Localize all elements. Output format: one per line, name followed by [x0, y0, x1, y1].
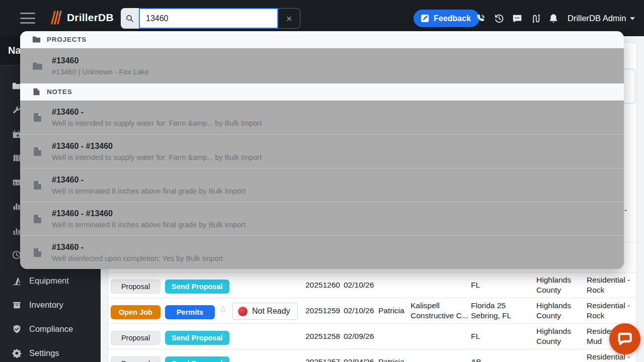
not-ready-indicator-icon	[238, 307, 248, 316]
project-number: 20251258	[305, 331, 340, 341]
result-title: #13460 - #13460	[52, 142, 262, 151]
result-subtitle: Well is terminated 8 inches above final …	[52, 221, 246, 229]
project-company: Kalispell Constructive C...	[411, 301, 470, 321]
status-chip[interactable]: Open Job	[111, 305, 160, 319]
result-subtitle: #13460 | Unknown - Fox Lake	[52, 68, 149, 76]
result-item-note[interactable]: #13460 - #13460 Well is intended to supp…	[20, 134, 624, 168]
note-icon	[32, 214, 43, 224]
sidebar-item-settings[interactable]: Settings	[0, 346, 101, 359]
sidebar-item-inventory[interactable]: Inventory	[0, 298, 101, 311]
result-subtitle: Well is intended to supply water for: Fa…	[52, 119, 262, 127]
global-search: ×	[121, 8, 300, 29]
favorite-star-icon[interactable]: ☆	[219, 279, 227, 289]
table-row[interactable]: Open Job Permits ☆ Not Ready 20251259 02…	[108, 298, 637, 323]
sidebar-item-label: Compliance	[29, 324, 73, 334]
project-number: 20251257	[305, 357, 340, 362]
sidebar-title: Na	[8, 45, 21, 56]
search-icon	[126, 15, 134, 23]
chevron-down-icon	[630, 17, 635, 20]
project-contact: Patricia	[378, 357, 405, 362]
project-county: Highlands County	[536, 301, 587, 321]
note-icon	[32, 247, 43, 258]
phone-icon[interactable]	[475, 13, 487, 24]
chat-icon[interactable]	[512, 13, 523, 24]
note-icon	[32, 146, 43, 157]
status-chip[interactable]: Proposal	[111, 356, 160, 362]
folder-icon	[32, 35, 41, 44]
user-menu-label: DrillerDB Admin	[568, 14, 626, 23]
app-name: DrillerDB	[67, 12, 114, 24]
result-subtitle: Well is terminated 8 inches above final …	[52, 187, 246, 195]
table-row[interactable]: Proposal Send Proposal ☆ 20251258 02/09/…	[108, 323, 637, 349]
note-icon	[32, 87, 41, 96]
project-address: AB	[471, 357, 535, 362]
flame-logo-icon	[49, 10, 62, 26]
result-item-note[interactable]: #13460 - Well is terminated 8 inches abo…	[20, 168, 624, 202]
search-clear-button[interactable]: ×	[278, 8, 300, 29]
live-chat-button[interactable]	[609, 323, 640, 354]
results-section-projects: PROJECTS	[20, 31, 624, 48]
ready-status-button[interactable]: Not Ready	[232, 303, 298, 320]
result-item-note[interactable]: #13460 - #13460 Well is terminated 8 inc…	[20, 202, 624, 235]
feedback-button[interactable]: Feedback	[414, 10, 479, 27]
project-address: Florida 25 Sebring, FL	[471, 301, 535, 321]
result-title: #13460 - #13460	[52, 209, 246, 218]
project-contact: Patricia	[378, 306, 405, 316]
bell-icon[interactable]	[548, 13, 559, 24]
note-icon	[32, 112, 43, 123]
project-date: 02/10/26	[344, 306, 374, 316]
section-label: PROJECTS	[47, 36, 87, 43]
feedback-icon	[420, 14, 430, 23]
project-date: 02/10/26	[344, 280, 374, 290]
result-item-note[interactable]: #13460 - Well is intended to supply wate…	[20, 101, 624, 134]
project-number: 20251260	[305, 280, 340, 290]
favorite-star-icon[interactable]: ☆	[219, 305, 227, 315]
app-logo[interactable]: DrillerDB	[49, 10, 114, 26]
gear-icon	[12, 348, 22, 358]
route-icon[interactable]	[530, 13, 541, 24]
project-address: FL	[471, 280, 535, 290]
sidebar-item-compliance[interactable]: Compliance	[0, 322, 101, 335]
project-type: Residential - Rock	[587, 275, 639, 295]
favorite-star-icon[interactable]: ☆	[219, 356, 227, 362]
project-type: Residential - Rock	[587, 301, 639, 321]
sidebar-item-label: Inventory	[29, 300, 63, 310]
table-cell-partial: -	[624, 206, 627, 215]
result-subtitle: Well disinfected upon completion: Yes by…	[52, 254, 223, 262]
search-input[interactable]	[139, 8, 278, 29]
equipment-rig-icon	[12, 276, 22, 286]
note-icon	[32, 180, 43, 191]
result-subtitle: Well is intended to supply water for: Fa…	[52, 153, 262, 161]
project-county: Highlands County	[536, 275, 587, 295]
status-chip[interactable]: Proposal	[111, 280, 160, 294]
shield-check-icon	[12, 324, 22, 334]
hamburger-menu-icon[interactable]	[20, 13, 35, 24]
project-type: Residential -	[587, 352, 639, 362]
folder-icon	[32, 61, 43, 71]
action-chip[interactable]: Permits	[165, 305, 215, 319]
table-row[interactable]: Proposal Send Proposal ☆ 20251257 02/04/…	[108, 349, 637, 362]
sidebar-item-equipment[interactable]: Equipment	[0, 274, 101, 287]
inventory-box-icon	[12, 300, 22, 310]
status-chip[interactable]: Proposal	[111, 331, 160, 345]
project-number: 20251259	[305, 306, 340, 316]
search-icon-box	[121, 8, 139, 29]
project-date: 02/04/26	[344, 357, 374, 362]
table-row[interactable]: Proposal Send Proposal ☆ 20251260 02/10/…	[108, 272, 637, 298]
favorite-star-icon[interactable]: ☆	[219, 330, 227, 340]
sidebar-item-label: Settings	[29, 348, 59, 358]
section-label: NOTES	[47, 88, 72, 96]
result-title: #13460 -	[52, 243, 223, 252]
history-icon[interactable]	[494, 13, 505, 24]
project-address: FL	[471, 331, 535, 341]
project-date: 02/09/26	[344, 331, 374, 341]
result-title: #13460	[52, 56, 149, 65]
result-title: #13460 -	[52, 108, 262, 117]
sidebar-item-label: Equipment	[29, 276, 69, 286]
result-title: #13460 -	[52, 175, 246, 185]
results-section-notes: NOTES	[20, 83, 624, 101]
chat-bubble-icon	[617, 332, 632, 346]
search-results-dropdown: PROJECTS #13460 #13460 | Unknown - Fox L…	[20, 31, 624, 269]
result-item-note[interactable]: #13460 - Well disinfected upon completio…	[20, 235, 624, 269]
result-item-project[interactable]: #13460 #13460 | Unknown - Fox Lake	[20, 48, 624, 83]
